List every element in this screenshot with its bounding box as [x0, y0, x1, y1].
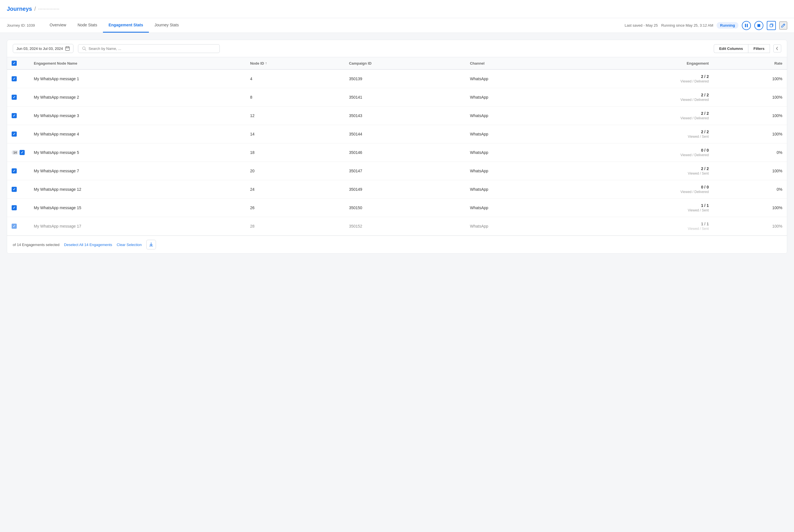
engagement-sub: Viewed / Sent [575, 227, 709, 231]
row-campaign-id: 350144 [345, 125, 466, 144]
header-checkbox[interactable] [12, 61, 17, 66]
edit-button[interactable] [779, 21, 787, 30]
row-checkbox[interactable] [12, 168, 17, 173]
tab-node-stats[interactable]: Node Stats [72, 18, 103, 33]
main-content: Jun 03, 2024 to Jul 03, 2024 Edit Column… [0, 33, 794, 261]
row-engagement: 2 / 2Viewed / Sent [570, 125, 714, 144]
row-campaign-id: 350139 [345, 70, 466, 88]
date-picker[interactable]: Jun 03, 2024 to Jul 03, 2024 [13, 44, 73, 53]
row-checkbox-cell[interactable] [7, 88, 29, 107]
engagement-main: 2 / 2 [575, 74, 709, 79]
col-header-name: Engagement Node Name [29, 57, 245, 70]
scroll-wrapper: Engagement Node Name Node ID ↑ Campaign … [7, 57, 787, 235]
row-rate: 100% [713, 125, 787, 144]
row-node-id: 20 [245, 162, 345, 180]
row-checkbox-cell[interactable] [7, 217, 29, 235]
row-checkbox[interactable] [12, 76, 17, 81]
date-range-text: Jun 03, 2024 to Jul 03, 2024 [16, 46, 63, 51]
engagement-sub: Viewed / Sent [575, 208, 709, 212]
row-checkbox-cell[interactable] [7, 199, 29, 217]
row-checkbox[interactable] [12, 205, 17, 210]
header-checkbox-cell[interactable] [7, 57, 29, 70]
row-engagement: 0 / 0Viewed / Delivered [570, 144, 714, 162]
breadcrumb-journeys[interactable]: Journeys [7, 6, 32, 12]
download-button[interactable] [146, 240, 156, 249]
collapse-button[interactable] [773, 44, 781, 53]
table-footer: of 14 Engagements selected Deselect All … [7, 235, 787, 253]
col-header-node-id[interactable]: Node ID ↑ [245, 57, 345, 70]
table-row: 14My WhatsApp message 518350146WhatsApp0… [7, 144, 787, 162]
engagement-main: 2 / 2 [575, 93, 709, 97]
svg-rect-5 [66, 47, 70, 51]
nav-tabs: Overview Node Stats Engagement Stats Jou… [44, 18, 625, 33]
row-checkbox-cell[interactable] [7, 70, 29, 88]
engagement-sub: Viewed / Delivered [575, 98, 709, 102]
last-saved-text: Last saved - May 25 [625, 23, 658, 27]
row-checkbox[interactable] [20, 150, 25, 155]
row-rate: 100% [713, 70, 787, 88]
stop-button[interactable] [754, 21, 763, 30]
col-header-engagement: Engagement [570, 57, 714, 70]
row-rate: 0% [713, 144, 787, 162]
row-channel: WhatsApp [465, 217, 570, 235]
engagement-main: 2 / 2 [575, 111, 709, 116]
row-checkbox-cell[interactable] [7, 125, 29, 144]
tab-overview[interactable]: Overview [44, 18, 72, 33]
tab-engagement-stats[interactable]: Engagement Stats [103, 18, 149, 33]
row-checkbox[interactable] [12, 113, 17, 118]
tab-journey-stats[interactable]: Journey Stats [149, 18, 185, 33]
copy-button[interactable] [767, 21, 776, 30]
row-checkbox[interactable] [12, 95, 17, 100]
breadcrumb-separator: / [34, 6, 36, 12]
row-rate: 100% [713, 217, 787, 235]
row-name: My WhatsApp message 7 [29, 162, 245, 180]
row-channel: WhatsApp [465, 70, 570, 88]
breadcrumb: Journeys / ··············· [7, 6, 59, 12]
table-row: My WhatsApp message 14350139WhatsApp2 / … [7, 70, 787, 88]
status-badge: Running [717, 22, 738, 28]
row-checkbox-cell[interactable]: 14 [7, 144, 29, 162]
row-name: My WhatsApp message 17 [29, 217, 245, 235]
row-node-id: 14 [245, 125, 345, 144]
engagement-sub: Viewed / Delivered [575, 116, 709, 120]
row-campaign-id: 350149 [345, 180, 466, 199]
row-checkbox[interactable] [12, 132, 17, 137]
table-row: My WhatsApp message 28350141WhatsApp2 / … [7, 88, 787, 107]
row-engagement: 1 / 1Viewed / Sent [570, 217, 714, 235]
clear-selection-link[interactable]: Clear Selection [117, 243, 142, 247]
row-checkbox[interactable] [12, 187, 17, 192]
row-checkbox-cell[interactable] [7, 162, 29, 180]
row-campaign-id: 350152 [345, 217, 466, 235]
table-row: My WhatsApp message 312350143WhatsApp2 /… [7, 107, 787, 125]
nav-actions: Last saved - May 25 Running since May 25… [625, 21, 787, 30]
row-campaign-id: 350143 [345, 107, 466, 125]
row-checkbox-cell[interactable] [7, 180, 29, 199]
row-node-id: 26 [245, 199, 345, 217]
data-table: Engagement Node Name Node ID ↑ Campaign … [7, 57, 787, 235]
row-node-id: 12 [245, 107, 345, 125]
deselect-all-link[interactable]: Deselect All 14 Engagements [64, 243, 112, 247]
row-name: My WhatsApp message 15 [29, 199, 245, 217]
pause-button[interactable] [742, 21, 751, 30]
row-rate: 100% [713, 107, 787, 125]
row-name: My WhatsApp message 1 [29, 70, 245, 88]
engagement-main: 1 / 1 [575, 222, 709, 226]
svg-rect-1 [747, 24, 748, 27]
col-header-rate: Rate [713, 57, 787, 70]
engagement-main: 0 / 0 [575, 148, 709, 152]
engagement-sub: Viewed / Delivered [575, 79, 709, 83]
svg-rect-0 [745, 24, 746, 27]
row-checkbox-cell[interactable] [7, 107, 29, 125]
row-node-id: 8 [245, 88, 345, 107]
row-campaign-id: 350150 [345, 199, 466, 217]
filters-button[interactable]: Filters [748, 44, 770, 53]
table-row: My WhatsApp message 1526350150WhatsApp1 … [7, 199, 787, 217]
row-checkbox[interactable] [12, 224, 17, 229]
edit-columns-button[interactable]: Edit Columns [714, 44, 748, 53]
search-input[interactable] [89, 46, 216, 51]
table-container: Jun 03, 2024 to Jul 03, 2024 Edit Column… [7, 40, 787, 254]
row-rate: 0% [713, 180, 787, 199]
row-name: My WhatsApp message 4 [29, 125, 245, 144]
search-box[interactable] [78, 44, 220, 53]
row-campaign-id: 350141 [345, 88, 466, 107]
